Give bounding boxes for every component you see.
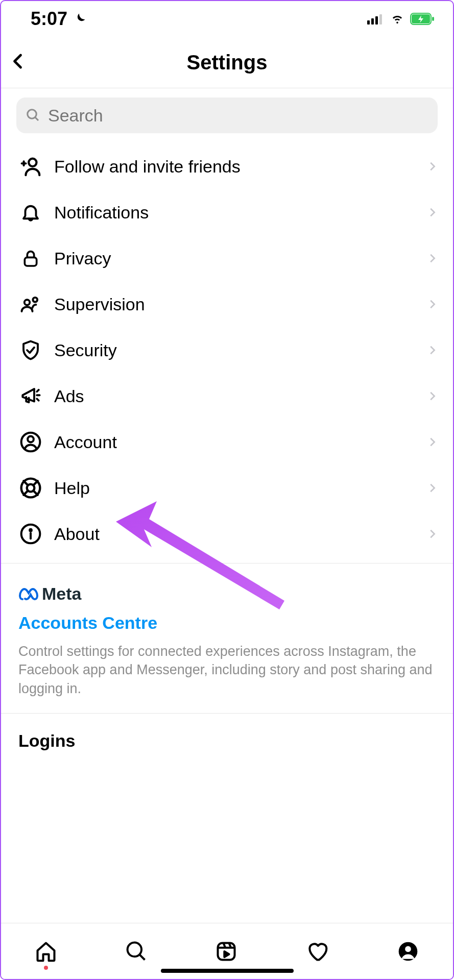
svg-rect-2 xyxy=(375,16,378,24)
svg-point-14 xyxy=(33,298,37,302)
logins-section: Logins xyxy=(1,713,453,768)
menu-about[interactable]: About xyxy=(1,511,453,557)
nav-profile[interactable] xyxy=(397,940,419,963)
reels-icon xyxy=(215,940,237,963)
menu-account[interactable]: Account xyxy=(1,419,453,465)
supervision-icon xyxy=(18,292,43,316)
svg-line-22 xyxy=(23,481,28,485)
svg-point-29 xyxy=(127,942,141,957)
chevron-right-icon xyxy=(426,159,438,174)
svg-line-25 xyxy=(23,491,28,495)
meta-logo: Meta xyxy=(18,584,436,604)
search-icon xyxy=(26,108,41,123)
settings-menu: Follow and invite friends Notifications … xyxy=(1,138,453,557)
svg-point-27 xyxy=(30,529,32,531)
menu-label: Security xyxy=(54,340,426,360)
search-box[interactable] xyxy=(16,97,438,133)
status-left: 5:07 xyxy=(31,8,87,30)
svg-rect-0 xyxy=(367,20,370,24)
accounts-centre-link[interactable]: Accounts Centre xyxy=(18,613,436,633)
profile-icon xyxy=(397,940,419,963)
lock-icon xyxy=(18,246,43,271)
svg-line-17 xyxy=(37,399,39,401)
nav-activity[interactable] xyxy=(305,940,329,963)
status-right xyxy=(367,13,435,25)
svg-line-23 xyxy=(34,491,38,495)
menu-label: About xyxy=(54,524,426,544)
menu-label: Privacy xyxy=(54,249,426,268)
menu-ads[interactable]: Ads xyxy=(1,373,453,419)
svg-point-9 xyxy=(29,159,36,166)
back-button[interactable] xyxy=(9,49,28,76)
svg-point-19 xyxy=(28,436,34,443)
search-container xyxy=(1,88,453,138)
info-icon xyxy=(18,522,43,546)
bottom-nav xyxy=(1,923,453,979)
chevron-right-icon xyxy=(426,388,438,404)
svg-line-30 xyxy=(139,954,145,960)
home-icon xyxy=(35,940,57,963)
menu-label: Ads xyxy=(54,386,426,406)
chevron-right-icon xyxy=(426,205,438,220)
chevron-right-icon xyxy=(426,342,438,358)
battery-charging-icon xyxy=(410,13,435,25)
cellular-icon xyxy=(367,13,385,24)
menu-label: Notifications xyxy=(54,203,426,223)
invite-friends-icon xyxy=(18,154,43,179)
menu-label: Follow and invite friends xyxy=(54,157,426,177)
menu-follow-invite[interactable]: Follow and invite friends xyxy=(1,143,453,189)
status-bar: 5:07 xyxy=(1,1,453,37)
chevron-right-icon xyxy=(426,251,438,266)
nav-search[interactable] xyxy=(125,940,148,963)
menu-help[interactable]: Help xyxy=(1,465,453,511)
svg-rect-12 xyxy=(25,257,36,266)
svg-line-15 xyxy=(37,390,39,392)
meta-description: Control settings for connected experienc… xyxy=(18,642,436,698)
svg-line-24 xyxy=(34,481,38,485)
menu-supervision[interactable]: Supervision xyxy=(1,281,453,327)
svg-point-36 xyxy=(405,946,411,952)
logins-title: Logins xyxy=(18,731,436,751)
meta-section: Meta Accounts Centre Control settings fo… xyxy=(1,563,453,713)
menu-notifications[interactable]: Notifications xyxy=(1,189,453,235)
chevron-left-icon xyxy=(9,49,28,74)
meta-brand: Meta xyxy=(42,584,81,604)
svg-rect-3 xyxy=(379,14,382,24)
megaphone-icon xyxy=(18,384,43,408)
shield-check-icon xyxy=(18,338,43,362)
menu-label: Supervision xyxy=(54,295,426,314)
meta-icon xyxy=(18,587,39,601)
home-indicator xyxy=(161,969,294,973)
menu-privacy[interactable]: Privacy xyxy=(1,235,453,281)
bell-icon xyxy=(18,200,43,225)
header: Settings xyxy=(1,37,453,88)
nav-reels[interactable] xyxy=(215,940,237,963)
page-title: Settings xyxy=(187,51,268,74)
menu-label: Account xyxy=(54,432,426,452)
menu-security[interactable]: Security xyxy=(1,327,453,373)
lifebuoy-icon xyxy=(18,476,43,500)
chevron-right-icon xyxy=(426,526,438,542)
svg-point-13 xyxy=(25,300,30,305)
moon-icon xyxy=(73,12,87,26)
heart-icon xyxy=(305,940,329,963)
search-input[interactable] xyxy=(48,106,428,126)
svg-rect-6 xyxy=(432,17,434,21)
nav-notification-dot xyxy=(44,966,48,970)
chevron-right-icon xyxy=(426,480,438,496)
wifi-icon xyxy=(390,13,405,24)
svg-line-8 xyxy=(35,117,38,120)
status-time: 5:07 xyxy=(31,8,67,30)
search-icon xyxy=(125,940,148,963)
svg-point-7 xyxy=(28,110,37,119)
svg-rect-1 xyxy=(371,18,374,24)
nav-home[interactable] xyxy=(35,940,57,963)
menu-label: Help xyxy=(54,478,426,498)
account-icon xyxy=(18,430,43,454)
chevron-right-icon xyxy=(426,434,438,450)
chevron-right-icon xyxy=(426,297,438,312)
